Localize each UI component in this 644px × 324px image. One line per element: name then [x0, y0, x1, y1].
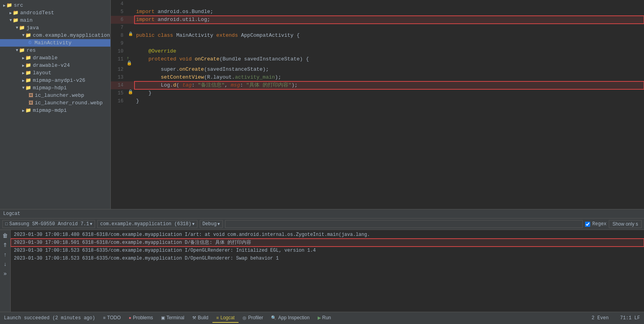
- file-icon-ic-launcher: 🖼: [28, 92, 33, 98]
- line-num-13: 13: [111, 73, 127, 81]
- line-content-13: setContentView(R.layout.activity_main);: [134, 73, 644, 81]
- folder-icon-package: 📁: [25, 32, 31, 38]
- folder-icon-drawable: 📁: [25, 55, 31, 61]
- code-line-12: 12 super.onCreate(savedInstanceState);: [111, 66, 644, 73]
- level-selector[interactable]: Debug ▼: [200, 220, 223, 228]
- tree-item-java[interactable]: ▼ 📁 java: [0, 24, 110, 32]
- tree-arrow-java: ▼: [16, 26, 18, 30]
- java-file-icon: ©: [28, 40, 31, 46]
- tab-todo[interactable]: ≡ TODO: [99, 313, 125, 323]
- tree-item-ic-launcher[interactable]: 🖼 ic_launcher.webp: [0, 92, 110, 99]
- tree-item-mipmap-anydpi[interactable]: ▶ 📁 mipmap-anydpi-v26: [0, 77, 110, 84]
- tab-build[interactable]: ⚒ Build: [188, 313, 212, 323]
- scroll-down-button[interactable]: ↓: [3, 260, 8, 268]
- tree-label-main: main: [20, 17, 32, 23]
- status-bar: Launch succeeded (2 minutes ago) ≡ TODO …: [0, 312, 644, 324]
- regex-checkbox[interactable]: [585, 222, 590, 227]
- line-content-11: protected void onCreate(Bundle savedInst…: [134, 55, 644, 63]
- tree-item-mipmap-mdpi[interactable]: ▶ 📁 mipmap-mdpi: [0, 107, 110, 114]
- line-num-12: 12: [111, 66, 127, 73]
- logcat-header: Logcat: [0, 209, 644, 219]
- status-left-text: Launch succeeded (2 minutes ago): [0, 314, 99, 322]
- tree-arrow-src: ▶: [3, 3, 6, 8]
- tree-arrow-package: ▼: [22, 33, 25, 38]
- tree-label-res: res: [27, 47, 36, 53]
- folder-icon-layout: 📁: [25, 70, 31, 76]
- log-line-3: 2023-01-30 17:00:18.523 6318-6335/com.ex…: [11, 247, 644, 254]
- tree-item-src[interactable]: ▶ 📁 src: [0, 2, 110, 9]
- tab-logcat[interactable]: ≡ Logcat: [212, 313, 239, 323]
- tab-app-inspection[interactable]: 🔍 App Inspection: [267, 313, 313, 323]
- line-content-10: @Override: [134, 47, 644, 55]
- code-line-9: 9: [111, 40, 644, 47]
- tree-item-main[interactable]: ▼ 📁 main: [0, 17, 110, 24]
- tree-item-res[interactable]: ▼ 📁 res: [0, 47, 110, 54]
- device-label: Samsung SM-G9550 Android 7.1: [9, 221, 89, 227]
- tab-logcat-label: Logcat: [220, 315, 235, 320]
- tree-arrow-drawable-v24: ▶: [22, 63, 25, 68]
- tree-item-package[interactable]: ▼ 📁 com.example.myapplication: [0, 32, 110, 39]
- tab-run[interactable]: ▶ Run: [314, 313, 335, 323]
- tree-item-androidtest[interactable]: ▶ 📁 androidTest: [0, 9, 110, 17]
- logcat-search-input[interactable]: [225, 220, 583, 228]
- device-selector[interactable]: □ Samsung SM-G9550 Android 7.1 ▼: [2, 220, 95, 228]
- clear-log-button[interactable]: 🗑: [2, 232, 9, 239]
- code-line-15: 15 🔒 }: [111, 89, 644, 97]
- tab-profiler-label: Profiler: [248, 315, 263, 320]
- log-text-2: 2023-01-30 17:00:18.501 6318-6318/com.ex…: [14, 239, 251, 246]
- scroll-up-button[interactable]: ↑: [3, 251, 8, 258]
- regex-label: Regex: [592, 221, 606, 227]
- line-num-14: 14: [111, 81, 127, 89]
- tree-item-mipmap-hdpi[interactable]: ▼ 📁 mipmap-hdpi: [0, 84, 110, 92]
- tab-terminal[interactable]: ▣ Terminal: [157, 313, 188, 323]
- code-line-4: 4: [111, 0, 644, 8]
- tree-item-layout[interactable]: ▶ 📁 layout: [0, 69, 110, 77]
- regex-checkbox-wrap: Regex: [585, 221, 606, 227]
- code-line-8: 8 🔒 public class MainActivity extends Ap…: [111, 32, 644, 40]
- status-right-text: 2 Even 71:1 LF: [588, 314, 644, 322]
- tree-label-package: com.example.myapplication: [33, 32, 110, 38]
- event-count: 2 Even: [592, 315, 609, 321]
- folder-icon-src: 📁: [6, 2, 12, 8]
- logcat-panel: Logcat □ Samsung SM-G9550 Android 7.1 ▼ …: [0, 209, 644, 312]
- tree-item-drawable[interactable]: ▶ 📁 drawable: [0, 54, 110, 62]
- line-num-10: 10: [111, 47, 127, 55]
- tree-arrow-androidtest: ▶: [9, 11, 12, 15]
- line-num-8: 8: [111, 32, 127, 40]
- scroll-top-button[interactable]: ⇑: [2, 241, 8, 249]
- tree-label-java: java: [27, 25, 39, 31]
- tree-item-drawable-v24[interactable]: ▶ 📁 drawable-v24: [0, 62, 110, 69]
- tree-item-mainactivity[interactable]: © MainActivity: [0, 39, 110, 47]
- device-dropdown-arrow: ▼: [90, 222, 92, 226]
- folder-icon-drawable-v24: 📁: [25, 62, 31, 68]
- tab-problems[interactable]: ● Problems: [125, 313, 157, 323]
- log-text-3: 2023-01-30 17:00:18.523 6318-6335/com.ex…: [14, 247, 316, 254]
- expand-button[interactable]: »: [3, 269, 8, 277]
- log-text-1: 2023-01-30 17:00:18.480 6318-6318/com.ex…: [14, 231, 370, 238]
- line-num-4: 4: [111, 0, 127, 8]
- code-line-5: 5 import android.os.Bundle;: [111, 8, 644, 16]
- line-content-15: }: [134, 89, 644, 97]
- folder-icon-java: 📁: [19, 25, 25, 31]
- show-only-button[interactable]: Show only s: [609, 220, 642, 228]
- line-num-16: 16: [111, 97, 127, 105]
- logcat-icon: ≡: [216, 315, 219, 320]
- tab-todo-label: TODO: [107, 315, 121, 320]
- logcat-main-area: 🗑 ⇑ ↑ ↓ » 2023-01-30 17:00:18.480 6318-6…: [0, 230, 644, 312]
- line-content-6: import android.util.Log;: [134, 16, 644, 24]
- tab-terminal-label: Terminal: [167, 315, 184, 320]
- tree-label-layout: layout: [33, 70, 51, 76]
- code-line-13: 13 setContentView(R.layout.activity_main…: [111, 73, 644, 81]
- tree-item-ic-launcher-round[interactable]: 🖼 ic_launcher_round.webp: [0, 99, 110, 107]
- tab-profiler[interactable]: ◎ Profiler: [239, 313, 267, 323]
- terminal-icon: ▣: [161, 315, 165, 320]
- folder-icon-mipmap-hdpi: 📁: [25, 85, 31, 91]
- package-selector[interactable]: com.example.myapplication (6318) ▼: [97, 220, 197, 228]
- log-line-4: 2023-01-30 17:00:18.523 6318-6335/com.ex…: [11, 254, 644, 262]
- tree-label-androidtest: androidTest: [20, 10, 54, 16]
- line-content-5: import android.os.Bundle;: [134, 8, 644, 16]
- code-line-6: 6 import android.util.Log;: [111, 16, 644, 24]
- tree-label-drawable-v24: drawable-v24: [33, 62, 70, 68]
- folder-icon-mipmap-anydpi: 📁: [25, 77, 31, 83]
- line-content-12: super.onCreate(savedInstanceState);: [134, 66, 644, 73]
